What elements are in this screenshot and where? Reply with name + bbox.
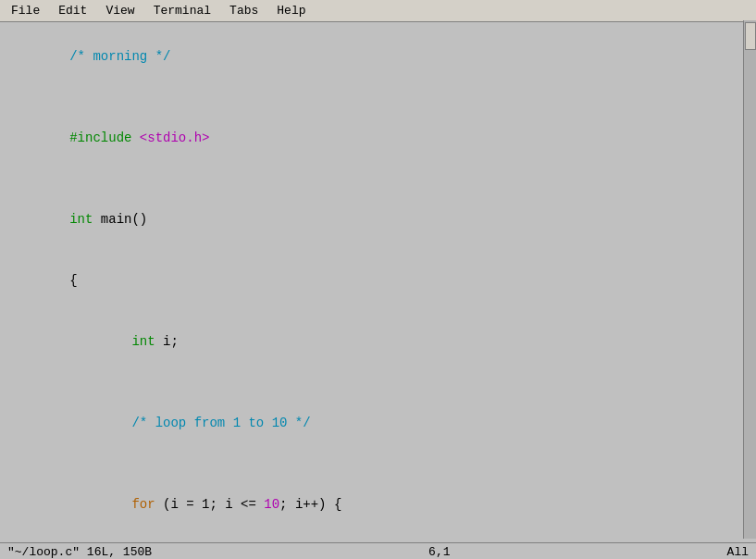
editor-area[interactable]: /* morning */ #include <stdio.h> int mai… bbox=[0, 22, 756, 542]
scrollbar[interactable] bbox=[743, 20, 756, 539]
editor-container: /* morning */ #include <stdio.h> int mai… bbox=[0, 22, 756, 559]
code-line-3: #include <stdio.h> bbox=[7, 107, 749, 168]
menu-terminal[interactable]: Terminal bbox=[146, 2, 218, 19]
status-bar: "~/loop.c" 16L, 150B 6,1 All bbox=[0, 542, 756, 559]
code-line-4 bbox=[7, 168, 749, 189]
status-filename: "~/loop.c" 16L, 150B bbox=[7, 545, 152, 559]
code-line-8 bbox=[7, 372, 749, 392]
code-line-6: { bbox=[7, 250, 749, 311]
scrollbar-thumb[interactable] bbox=[745, 22, 756, 50]
code-line-5: int main() bbox=[7, 189, 749, 250]
status-scroll: All bbox=[727, 545, 749, 559]
code-line-12: printf("%d\n", i); bbox=[7, 535, 749, 542]
code-line-2 bbox=[7, 87, 749, 107]
code-line-9: /* loop from 1 to 10 */ bbox=[7, 392, 749, 453]
menu-help[interactable]: Help bbox=[269, 2, 313, 19]
menu-file[interactable]: File bbox=[4, 2, 47, 19]
menu-edit[interactable]: Edit bbox=[51, 2, 94, 19]
menu-tabs[interactable]: Tabs bbox=[222, 2, 266, 19]
app-window: File Edit View Terminal Tabs Help /* mor… bbox=[0, 0, 756, 559]
menu-bar: File Edit View Terminal Tabs Help bbox=[0, 0, 756, 22]
code-line-1: /* morning */ bbox=[7, 26, 749, 87]
menu-view[interactable]: View bbox=[98, 2, 142, 19]
code-line-7: int i; bbox=[7, 311, 749, 372]
status-position: 6,1 bbox=[428, 545, 450, 559]
code-line-11: for (i = 1; i <= 10; i++) { bbox=[7, 474, 749, 535]
code-line-10 bbox=[7, 453, 749, 474]
